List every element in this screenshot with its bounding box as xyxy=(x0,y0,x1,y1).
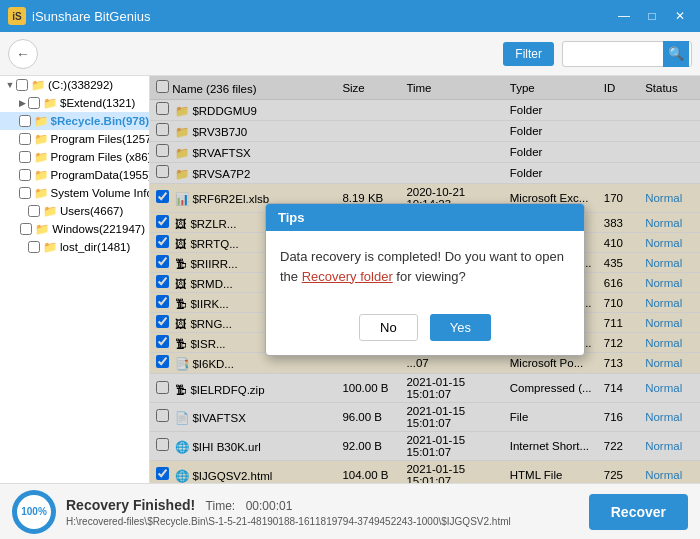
sidebar: ▼ 📁 (C:)(338292) ▶ 📁 $Extend(1321) 📁 $Re… xyxy=(0,76,150,483)
search-box: 🔍 xyxy=(562,41,692,67)
maximize-button[interactable]: □ xyxy=(640,6,664,26)
toolbar: ← Filter 🔍 xyxy=(0,32,700,76)
sidebar-checkbox[interactable] xyxy=(19,187,31,199)
folder-icon: 📁 xyxy=(43,204,57,218)
dialog-buttons: No Yes xyxy=(266,306,584,355)
status-path: H:\recovered-files\$Recycle.Bin\S-1-5-21… xyxy=(66,516,579,527)
sidebar-label: (C:)(338292) xyxy=(48,79,113,91)
status-time-value: 00:00:01 xyxy=(246,499,293,513)
close-button[interactable]: ✕ xyxy=(668,6,692,26)
dialog-title: Tips xyxy=(266,204,584,231)
sidebar-item-system-volume[interactable]: 📁 System Volume Information(6) xyxy=(0,184,149,202)
status-main-line: Recovery Finished! Time: 00:00:01 xyxy=(66,496,579,514)
dialog-underline: Recovery folder xyxy=(302,269,393,284)
folder-icon: 📁 xyxy=(34,132,48,146)
toggle-icon: ▶ xyxy=(16,98,28,108)
file-list-area: Name (236 files) Size Time Type ID Statu… xyxy=(150,76,700,483)
sidebar-item-extend[interactable]: ▶ 📁 $Extend(1321) xyxy=(0,94,149,112)
main-area: ▼ 📁 (C:)(338292) ▶ 📁 $Extend(1321) 📁 $Re… xyxy=(0,76,700,483)
sidebar-label: $Recycle.Bin(978) xyxy=(51,115,149,127)
filter-button[interactable]: Filter xyxy=(503,42,554,66)
folder-icon: 📁 xyxy=(34,114,48,128)
folder-icon: 📁 xyxy=(34,150,48,164)
sidebar-checkbox[interactable] xyxy=(16,79,28,91)
app-icon: iS xyxy=(8,7,26,25)
sidebar-item-program-data[interactable]: 📁 ProgramData(1955) xyxy=(0,166,149,184)
sidebar-label: Program Files (x86)(7470) xyxy=(51,151,150,163)
sidebar-label: System Volume Information(6) xyxy=(51,187,150,199)
search-button[interactable]: 🔍 xyxy=(663,41,689,67)
status-time-label: Time: xyxy=(206,499,236,513)
dialog-no-button[interactable]: No xyxy=(359,314,418,341)
app-title: iSunshare BitGenius xyxy=(32,9,612,24)
folder-icon: 📁 xyxy=(43,96,57,110)
sidebar-item-c-drive[interactable]: ▼ 📁 (C:)(338292) xyxy=(0,76,149,94)
sidebar-checkbox[interactable] xyxy=(28,241,40,253)
sidebar-item-recycle-bin[interactable]: 📁 $Recycle.Bin(978) xyxy=(0,112,149,130)
progress-label: 100% xyxy=(21,506,47,517)
sidebar-item-users[interactable]: 📁 Users(4667) xyxy=(0,202,149,220)
sidebar-label: Program Files(12576) xyxy=(51,133,150,145)
folder-icon: 📁 xyxy=(31,78,45,92)
sidebar-label: Windows(221947) xyxy=(52,223,145,235)
sidebar-item-windows[interactable]: 📁 Windows(221947) xyxy=(0,220,149,238)
window-controls: — □ ✕ xyxy=(612,6,692,26)
folder-icon: 📁 xyxy=(34,186,48,200)
minimize-button[interactable]: — xyxy=(612,6,636,26)
sidebar-item-program-files[interactable]: 📁 Program Files(12576) xyxy=(0,130,149,148)
sidebar-checkbox[interactable] xyxy=(19,169,31,181)
sidebar-label: ProgramData(1955) xyxy=(51,169,150,181)
back-button[interactable]: ← xyxy=(8,39,38,69)
search-input[interactable] xyxy=(563,47,663,61)
sidebar-item-lost-dir[interactable]: 📁 lost_dir(1481) xyxy=(0,238,149,256)
sidebar-checkbox[interactable] xyxy=(19,151,31,163)
sidebar-checkbox[interactable] xyxy=(19,133,31,145)
toggle-icon xyxy=(16,242,28,252)
dialog-message: Data recovery is completed! Do you want … xyxy=(280,247,570,286)
dialog-overlay: Tips Data recovery is completed! Do you … xyxy=(150,76,700,483)
sidebar-label: $Extend(1321) xyxy=(60,97,135,109)
sidebar-checkbox[interactable] xyxy=(20,223,32,235)
sidebar-label: lost_dir(1481) xyxy=(60,241,130,253)
folder-icon: 📁 xyxy=(43,240,57,254)
sidebar-checkbox[interactable] xyxy=(28,97,40,109)
sidebar-checkbox[interactable] xyxy=(28,205,40,217)
sidebar-item-program-files-x86[interactable]: 📁 Program Files (x86)(7470) xyxy=(0,148,149,166)
dialog-yes-button[interactable]: Yes xyxy=(430,314,491,341)
sidebar-label: Users(4667) xyxy=(60,205,123,217)
toggle-icon: ▼ xyxy=(4,80,16,90)
folder-icon: 📁 xyxy=(35,222,49,236)
recovery-status-text: Recovery Finished! xyxy=(66,497,195,513)
status-bar: 100% Recovery Finished! Time: 00:00:01 H… xyxy=(0,483,700,539)
dialog-body: Data recovery is completed! Do you want … xyxy=(266,231,584,306)
folder-icon: 📁 xyxy=(34,168,48,182)
toggle-icon xyxy=(16,206,28,216)
recover-button[interactable]: Recover xyxy=(589,494,688,530)
progress-circle: 100% xyxy=(12,490,56,534)
title-bar: iS iSunshare BitGenius — □ ✕ xyxy=(0,0,700,32)
sidebar-checkbox[interactable] xyxy=(19,115,31,127)
tips-dialog: Tips Data recovery is completed! Do you … xyxy=(265,203,585,356)
status-text-area: Recovery Finished! Time: 00:00:01 H:\rec… xyxy=(66,496,579,527)
